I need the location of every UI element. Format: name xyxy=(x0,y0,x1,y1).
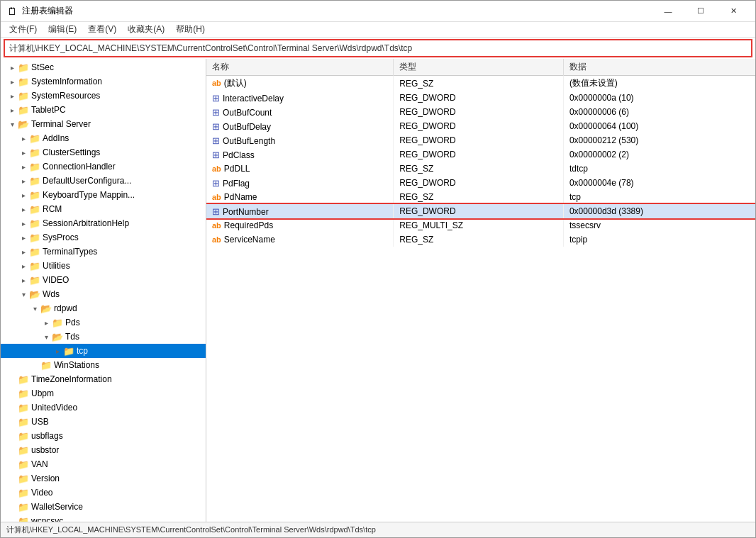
tree-expand-icon[interactable]: ▸ xyxy=(40,317,52,328)
tree-item[interactable]: ▸📁StSec xyxy=(1,60,206,74)
tree-item[interactable]: ▸📁DefaultUserConfigura... xyxy=(1,174,206,188)
tree-expand-icon[interactable]: ▸ xyxy=(18,133,29,144)
folder-icon: 📁 xyxy=(18,374,29,385)
tree-item-label: ClusterSettings xyxy=(43,147,100,157)
col-header-type[interactable]: 类型 xyxy=(394,59,564,76)
tree-item[interactable]: ▸📁TabletPC xyxy=(1,103,206,117)
tree-expand-icon[interactable]: ▸ xyxy=(6,62,18,73)
reg-sz-icon: ab xyxy=(212,221,221,230)
reg-sz-icon: ab xyxy=(212,193,221,201)
tree-item[interactable]: 📁WalletService xyxy=(1,500,206,514)
tree-expand-icon[interactable]: ▸ xyxy=(18,232,29,243)
tree-expand-icon[interactable]: ▸ xyxy=(18,161,29,172)
tree-item-label: SystemInformation xyxy=(31,77,102,86)
table-row[interactable]: ⊞OutBufLength REG_DWORD 0x00000212 (530) xyxy=(206,133,755,147)
tree-expand-icon[interactable]: ▸ xyxy=(6,76,18,87)
tree-item[interactable]: ▸📁Pds xyxy=(1,315,206,330)
tree-item[interactable]: 📁UnitedVideo xyxy=(1,400,206,415)
menu-favorites[interactable]: 收藏夹(A) xyxy=(122,22,170,37)
tree-item[interactable]: ▸📁tcp xyxy=(1,344,206,358)
col-header-name[interactable]: 名称 xyxy=(206,59,394,76)
tree-item[interactable]: 📁VAN xyxy=(1,457,206,471)
tree-expand-icon[interactable]: ▸ xyxy=(18,218,29,229)
table-row[interactable]: abRequiredPds REG_MULTI_SZ tssecsrv xyxy=(206,218,755,232)
menu-help[interactable]: 帮助(H) xyxy=(170,22,211,37)
col-header-data[interactable]: 数据 xyxy=(563,59,755,76)
tree-item[interactable]: ▸📁ConnectionHandler xyxy=(1,159,206,174)
address-label: 计算机\HKEY_LOCAL_MACHINE\SYSTEM\CurrentCon… xyxy=(9,43,412,55)
folder-icon: 📁 xyxy=(29,133,40,144)
reg-type: REG_SZ xyxy=(394,162,564,176)
table-row[interactable]: ⊞PdFlag REG_DWORD 0x0000004e (78) xyxy=(206,176,755,190)
table-row[interactable]: ⊞PdClass REG_DWORD 0x00000002 (2) xyxy=(206,147,755,162)
table-row[interactable]: abPdName REG_SZ tcp xyxy=(206,190,755,204)
tree-expand-icon[interactable]: ▸ xyxy=(6,90,18,101)
tree-item[interactable]: 📁wcncsvc xyxy=(1,514,206,522)
close-button[interactable]: ✕ xyxy=(717,1,750,22)
tree-item[interactable]: 📁Ubpm xyxy=(1,386,206,400)
maximize-button[interactable]: ☐ xyxy=(684,1,717,22)
tree-expand-icon[interactable]: ▸ xyxy=(52,345,63,357)
tree-item[interactable]: ▸📁RCM xyxy=(1,202,206,216)
tree-expand-icon[interactable]: ▸ xyxy=(18,260,29,271)
tree-item[interactable]: ▸📁TerminalTypes xyxy=(1,245,206,259)
tree-expand-icon[interactable]: ▾ xyxy=(40,331,52,342)
tree-item[interactable]: ▾📂Terminal Server xyxy=(1,117,206,131)
table-row[interactable]: ⊞InteractiveDelay REG_DWORD 0x0000000a (… xyxy=(206,91,755,105)
tree-item[interactable]: ▸📁SystemResources xyxy=(1,89,206,103)
tree-item[interactable]: ▸📁AddIns xyxy=(1,131,206,145)
folder-icon: 📁 xyxy=(29,275,40,286)
table-row[interactable]: abServiceName REG_SZ tcpip xyxy=(206,232,755,247)
tree-item-label: ConnectionHandler xyxy=(43,162,116,172)
tree-item[interactable]: 📁USB xyxy=(1,415,206,429)
tree-item-label: Wds xyxy=(43,289,60,299)
tree-expand-icon[interactable]: ▸ xyxy=(18,274,29,286)
table-row[interactable]: ⊞PortNumber REG_DWORD 0x00000d3d (3389) xyxy=(206,204,755,218)
tree-item[interactable]: ▾📂rdpwd xyxy=(1,301,206,315)
tree-expand-icon[interactable]: ▸ xyxy=(18,147,29,158)
reg-data: 0x00000d3d (3389) xyxy=(563,204,755,218)
tree-item[interactable]: ▾📂Tds xyxy=(1,330,206,344)
table-row[interactable]: ⊞OutBufCount REG_DWORD 0x00000006 (6) xyxy=(206,105,755,119)
tree-expand-icon[interactable]: ▸ xyxy=(18,203,29,215)
tree-item[interactable]: ▸📁KeyboardType Mappin... xyxy=(1,188,206,202)
menu-edit[interactable]: 编辑(E) xyxy=(43,22,82,37)
tree-item[interactable]: ▸📁SessionArbitrationHelp xyxy=(1,216,206,230)
menu-file[interactable]: 文件(F) xyxy=(4,22,43,37)
folder-icon: 📁 xyxy=(18,431,29,442)
tree-item[interactable]: 📁usbstor xyxy=(1,443,206,457)
tree-expand-icon[interactable]: ▾ xyxy=(29,303,40,314)
tree-panel[interactable]: ▸📁StSec▸📁SystemInformation▸📁SystemResour… xyxy=(1,59,206,522)
tree-item[interactable]: ▾📂Wds xyxy=(1,287,206,301)
tree-item[interactable]: ▸📁SysProcs xyxy=(1,230,206,245)
title-bar: 🗒 注册表编辑器 — ☐ ✕ xyxy=(1,1,755,22)
minimize-button[interactable]: — xyxy=(652,1,684,22)
tree-item[interactable]: ▸📁SystemInformation xyxy=(1,74,206,89)
tree-item[interactable]: 📁Version xyxy=(1,471,206,486)
tree-item[interactable]: 📁WinStations xyxy=(1,358,206,372)
table-row[interactable]: ⊞OutBufDelay REG_DWORD 0x00000064 (100) xyxy=(206,119,755,133)
reg-data: tssecsrv xyxy=(563,218,755,232)
tree-expand-icon[interactable]: ▸ xyxy=(18,246,29,257)
tree-item[interactable]: ▸📁VIDEO xyxy=(1,273,206,287)
table-row[interactable]: abPdDLL REG_SZ tdtcp xyxy=(206,162,755,176)
tree-expand-icon[interactable]: ▸ xyxy=(18,189,29,201)
reg-dword-icon: ⊞ xyxy=(212,121,220,132)
tree-expand-icon[interactable]: ▾ xyxy=(18,288,29,300)
tree-expand-icon[interactable]: ▸ xyxy=(6,104,18,116)
folder-icon: 📁 xyxy=(18,91,29,101)
tree-expand-icon[interactable]: ▾ xyxy=(6,118,18,130)
folder-icon: 📁 xyxy=(18,388,29,399)
folder-icon: 📁 xyxy=(29,204,40,215)
tree-item[interactable]: 📁Video xyxy=(1,486,206,500)
tree-item[interactable]: 📁usbflags xyxy=(1,429,206,443)
reg-dword-icon: ⊞ xyxy=(212,107,220,118)
registry-panel[interactable]: 名称 类型 数据 ab(默认) REG_SZ (数值未设置) ⊞Interact… xyxy=(206,59,755,522)
tree-expand-icon[interactable]: ▸ xyxy=(18,175,29,186)
menu-view[interactable]: 查看(V) xyxy=(82,22,122,37)
tree-item[interactable]: ▸📁Utilities xyxy=(1,259,206,273)
folder-icon: 📁 xyxy=(29,261,40,271)
tree-item[interactable]: 📁TimeZoneInformation xyxy=(1,372,206,386)
table-row[interactable]: ab(默认) REG_SZ (数值未设置) xyxy=(206,76,755,91)
tree-item[interactable]: ▸📁ClusterSettings xyxy=(1,145,206,159)
